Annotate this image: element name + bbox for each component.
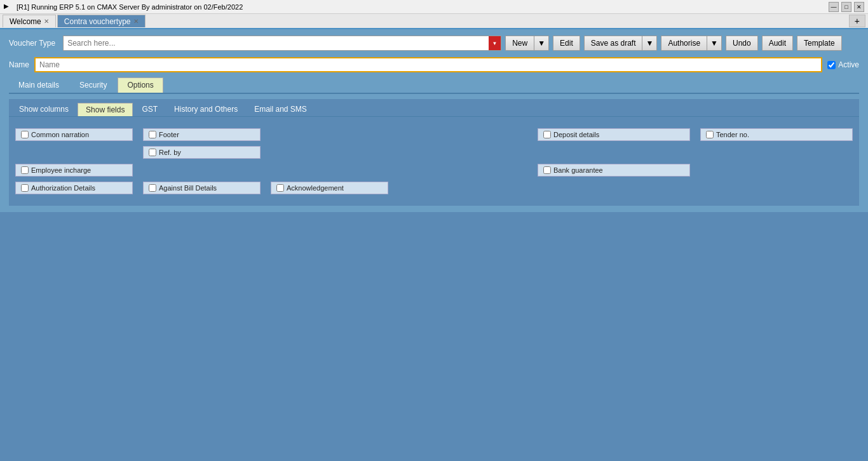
active-checkbox[interactable] <box>827 61 836 69</box>
label-bank-guarantee: Bank guarantee <box>553 166 603 174</box>
fields-area: Common narration Footer Deposit details … <box>9 126 859 202</box>
audit-button[interactable]: Audit <box>762 36 793 51</box>
sub-tab-show-fields[interactable]: Show fields <box>78 103 133 116</box>
label-ref-by: Ref. by <box>159 149 181 156</box>
tab-contra-close[interactable]: ✕ <box>133 18 139 25</box>
undo-button[interactable]: Undo <box>726 36 758 51</box>
tab-contra-vouchertype[interactable]: Contra vouchertype ✕ <box>57 15 146 27</box>
authorise-button[interactable]: Authorise <box>661 36 707 51</box>
maximize-button[interactable]: □ <box>841 2 851 12</box>
save-draft-dropdown[interactable]: ▼ <box>642 36 657 51</box>
field-deposit-details: Deposit details <box>538 128 690 141</box>
fields-row-1: Common narration Footer Deposit details … <box>15 128 853 141</box>
new-button-group: New ▼ <box>505 36 549 51</box>
edit-button[interactable]: Edit <box>553 36 580 51</box>
tab-contra-label: Contra vouchertype <box>64 17 131 26</box>
label-authorization-details: Authorization Details <box>31 184 95 192</box>
label-footer: Footer <box>159 131 179 138</box>
checkbox-deposit-details[interactable] <box>543 131 551 138</box>
authorise-dropdown[interactable]: ▼ <box>707 36 722 51</box>
field-bank-guarantee: Bank guarantee <box>538 164 690 177</box>
field-against-bill-details: Against Bill Details <box>143 182 261 194</box>
tab-welcome-close[interactable]: ✕ <box>44 18 49 25</box>
sub-tab-email-sms[interactable]: Email and SMS <box>247 103 315 116</box>
field-footer: Footer <box>143 128 261 141</box>
app-icon: ▶ <box>4 3 13 11</box>
title-bar: ▶ [R1] Running ERP 5.1 on CMAX Server By… <box>0 0 868 14</box>
main-content: Voucher Type ▼ New ▼ Edit Save as draft … <box>0 29 868 212</box>
close-button[interactable]: ✕ <box>854 2 864 12</box>
field-employee-incharge: Employee incharge <box>15 164 133 177</box>
voucher-type-search[interactable]: ▼ <box>63 36 501 51</box>
label-against-bill-details: Against Bill Details <box>159 184 217 192</box>
sub-tab-history[interactable]: History and Others <box>166 103 245 116</box>
sub-tabs: Show columns Show fields GST History and… <box>9 103 859 117</box>
field-acknowledgement: Acknowledgement <box>271 182 388 194</box>
checkbox-acknowledgement[interactable] <box>276 184 284 192</box>
field-common-narration: Common narration <box>15 128 133 141</box>
checkbox-against-bill-details[interactable] <box>149 184 156 192</box>
tab-welcome[interactable]: Welcome ✕ <box>3 15 56 27</box>
label-acknowledgement: Acknowledgement <box>287 184 344 192</box>
sub-tab-show-columns[interactable]: Show columns <box>11 103 76 116</box>
tab-security[interactable]: Security <box>70 77 116 93</box>
voucher-type-input[interactable] <box>64 36 489 50</box>
tab-main-details[interactable]: Main details <box>9 77 69 93</box>
field-ref-by: Ref. by <box>143 146 261 159</box>
checkbox-employee-incharge[interactable] <box>21 166 29 174</box>
checkbox-common-narration[interactable] <box>21 131 29 138</box>
main-tabs: Main details Security Options <box>9 77 859 94</box>
active-label: Active <box>838 60 859 69</box>
name-field-label: Name <box>9 60 29 69</box>
toolbar: Voucher Type ▼ New ▼ Edit Save as draft … <box>9 36 859 51</box>
tab-welcome-label: Welcome <box>10 17 41 26</box>
checkbox-ref-by[interactable] <box>149 149 156 156</box>
active-checkbox-label[interactable]: Active <box>827 60 859 69</box>
name-row: Name Active <box>9 57 859 72</box>
fields-row-2: Ref. by <box>15 146 853 159</box>
label-common-narration: Common narration <box>31 131 89 138</box>
tab-bar: Welcome ✕ Contra vouchertype ✕ + <box>0 14 868 29</box>
authorise-group: Authorise ▼ <box>661 36 722 51</box>
fields-row-3: Employee incharge Bank guarantee <box>15 164 853 177</box>
title-text: [R1] Running ERP 5.1 on CMAX Server By a… <box>17 3 243 11</box>
checkbox-footer[interactable] <box>149 131 156 138</box>
voucher-type-dropdown-btn[interactable]: ▼ <box>489 36 501 50</box>
checkbox-authorization-details[interactable] <box>21 184 29 192</box>
label-tender-no: Tender no. <box>716 131 749 138</box>
label-deposit-details: Deposit details <box>553 131 599 138</box>
field-authorization-details: Authorization Details <box>15 182 133 194</box>
name-input[interactable] <box>34 57 822 72</box>
save-draft-group: Save as draft ▼ <box>584 36 658 51</box>
checkbox-bank-guarantee[interactable] <box>543 166 551 174</box>
minimize-button[interactable]: — <box>829 2 839 12</box>
voucher-type-label: Voucher Type <box>9 39 55 48</box>
new-dropdown-button[interactable]: ▼ <box>534 36 549 51</box>
save-as-draft-button[interactable]: Save as draft <box>584 36 643 51</box>
new-tab-button[interactable]: + <box>849 15 865 27</box>
template-button[interactable]: Template <box>797 36 842 51</box>
fields-row-4: Authorization Details Against Bill Detai… <box>15 182 853 194</box>
field-tender-no: Tender no. <box>700 128 853 141</box>
new-button[interactable]: New <box>505 36 534 51</box>
sub-tab-gst[interactable]: GST <box>134 103 165 116</box>
form-container: Show columns Show fields GST History and… <box>9 99 859 206</box>
tab-options[interactable]: Options <box>118 77 163 93</box>
checkbox-tender-no[interactable] <box>706 131 714 138</box>
label-employee-incharge: Employee incharge <box>31 166 91 174</box>
